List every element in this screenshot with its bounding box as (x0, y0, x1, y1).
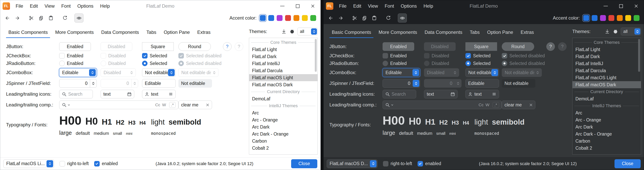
theme-list-item[interactable]: FlatLaf Darcula (572, 67, 641, 74)
forward-button[interactable] (13, 14, 22, 23)
accent-swatch[interactable] (600, 15, 606, 21)
theme-list-item[interactable]: Arc Dark (249, 123, 318, 130)
radio-enabled[interactable]: Enabled (59, 61, 100, 66)
radio-enabled[interactable]: Enabled (382, 61, 424, 66)
theme-list-item[interactable]: Carbon (572, 137, 641, 144)
forward-button[interactable] (336, 14, 345, 23)
theme-list-item[interactable]: FlatLaf Dark (572, 53, 641, 60)
cut-button[interactable] (350, 14, 359, 23)
search-options-field[interactable]: Cc W .* (382, 101, 502, 109)
radio-selected[interactable]: Selected (142, 61, 178, 66)
tab-basic-components[interactable]: Basic Components (330, 28, 374, 38)
download-themes-button[interactable] (281, 29, 287, 35)
accent-swatch[interactable] (625, 15, 631, 21)
close-button[interactable]: Close (291, 159, 317, 168)
theme-list-item[interactable]: FlatLaf IntelliJ (249, 60, 318, 67)
square-button[interactable]: Square (142, 42, 174, 51)
tab-more-components[interactable]: More Components (53, 28, 96, 38)
accent-swatch[interactable] (302, 15, 308, 21)
clear-icon[interactable] (529, 103, 533, 107)
accent-swatch[interactable] (285, 15, 291, 21)
combobox-arrows-icon[interactable] (634, 28, 640, 35)
theme-list-item[interactable]: Arc (249, 109, 318, 116)
cut-button[interactable] (27, 14, 36, 23)
menu-font[interactable]: Font (58, 0, 74, 12)
theme-list-item[interactable]: FlatLaf Light (249, 46, 318, 53)
tab-tabs[interactable]: Tabs (467, 28, 482, 38)
combobox-arrows-icon[interactable] (492, 69, 498, 76)
menu-options[interactable]: Options (398, 0, 420, 12)
theme-list-item[interactable]: Arc - Orange (572, 116, 641, 123)
menu-view[interactable]: View (364, 0, 382, 12)
menu-options[interactable]: Options (74, 0, 97, 12)
maximize-button[interactable] (613, 0, 628, 12)
menu-edit[interactable]: Edit (350, 0, 364, 12)
themes-filter-combobox[interactable]: all (621, 28, 641, 35)
help-button[interactable]: ? (223, 42, 232, 51)
chevron-down-icon[interactable] (391, 103, 394, 106)
laf-combobox[interactable]: FlatLaf macOS Li... (3, 159, 54, 168)
theme-list-item[interactable]: Arc Dark - Orange (572, 130, 641, 137)
theme-list-item[interactable]: DemoLaf (572, 95, 641, 102)
search-options-field[interactable]: Cc W .* (59, 101, 178, 109)
combobox-arrows-icon[interactable] (311, 28, 317, 35)
theme-list-item[interactable]: FlatLaf macOS Light (572, 74, 641, 81)
scrollbar-thumb[interactable] (638, 39, 640, 72)
menu-view[interactable]: View (41, 0, 58, 12)
accent-swatch[interactable] (608, 15, 614, 21)
menu-list-icon[interactable] (492, 92, 496, 96)
accent-swatch[interactable] (268, 15, 274, 21)
accent-swatch[interactable] (310, 15, 316, 21)
refresh-button[interactable] (384, 14, 393, 23)
combobox-editable[interactable]: Editable (382, 68, 420, 77)
textfield-editable[interactable]: Editable (142, 79, 176, 88)
enabled-button[interactable]: Enabled (59, 42, 91, 51)
clear-icon[interactable] (206, 103, 209, 107)
round-button[interactable]: Round (502, 42, 534, 51)
paste-button[interactable] (370, 14, 379, 23)
checkbox-enabled[interactable]: Enabled (382, 53, 424, 59)
github-button[interactable] (289, 29, 295, 35)
regex-button[interactable]: .* (169, 102, 176, 108)
accent-swatch[interactable] (634, 15, 640, 21)
github-button[interactable] (612, 29, 618, 35)
spinner-arrows-icon[interactable] (413, 80, 419, 87)
spinner[interactable]: 0 (382, 79, 420, 88)
theme-list-item[interactable]: Arc (572, 109, 641, 116)
whole-words-button[interactable]: W (162, 102, 166, 107)
download-themes-button[interactable] (604, 29, 610, 35)
tab-data-components[interactable]: Data Components (422, 28, 465, 38)
textfield-editable[interactable]: Editable (466, 79, 499, 88)
checkbox-selected[interactable]: Selected (466, 53, 502, 59)
menu-file[interactable]: File (12, 0, 26, 12)
tab-tabs[interactable]: Tabs (144, 28, 159, 38)
enabled-button[interactable]: Enabled (382, 42, 414, 51)
menu-list-icon[interactable] (168, 92, 173, 96)
menu-file[interactable]: File (336, 0, 350, 12)
tab-option-pane[interactable]: Option Pane (162, 28, 192, 38)
laf-combobox[interactable]: FlatLaf macOS D... (327, 159, 378, 168)
theme-list-item[interactable]: FlatLaf macOS Dark (572, 81, 641, 88)
combobox-arrows-icon[interactable] (168, 69, 175, 76)
radio-selected[interactable]: Selected (466, 61, 502, 66)
theme-list-item[interactable]: FlatLaf Light (572, 46, 641, 53)
chevron-down-icon[interactable] (68, 103, 70, 106)
theme-list-item[interactable]: FlatLaf Dark (249, 53, 318, 60)
theme-list-item[interactable]: Arc Dark (572, 123, 641, 130)
calendar-icon[interactable] (450, 92, 455, 96)
show-hidden-toggle-button[interactable] (398, 14, 407, 23)
copy-button[interactable] (360, 14, 369, 23)
back-button[interactable] (326, 14, 335, 23)
accent-swatch[interactable] (277, 15, 282, 21)
enabled-checkbox[interactable]: enabled (94, 161, 118, 166)
accent-swatch[interactable] (617, 15, 623, 21)
accent-swatch[interactable] (592, 15, 598, 21)
checkbox-selected[interactable]: Selected (142, 53, 178, 59)
theme-list-item[interactable]: FlatLaf Darcula (249, 67, 318, 74)
menu-help[interactable]: Help (420, 0, 436, 12)
tab-option-pane[interactable]: Option Pane (485, 28, 516, 38)
themes-scrollbar[interactable] (315, 39, 317, 153)
theme-list-item[interactable]: Arc Dark - Orange (249, 130, 318, 137)
search-field[interactable]: Search (382, 90, 416, 98)
combobox-arrows-icon[interactable] (89, 69, 96, 76)
